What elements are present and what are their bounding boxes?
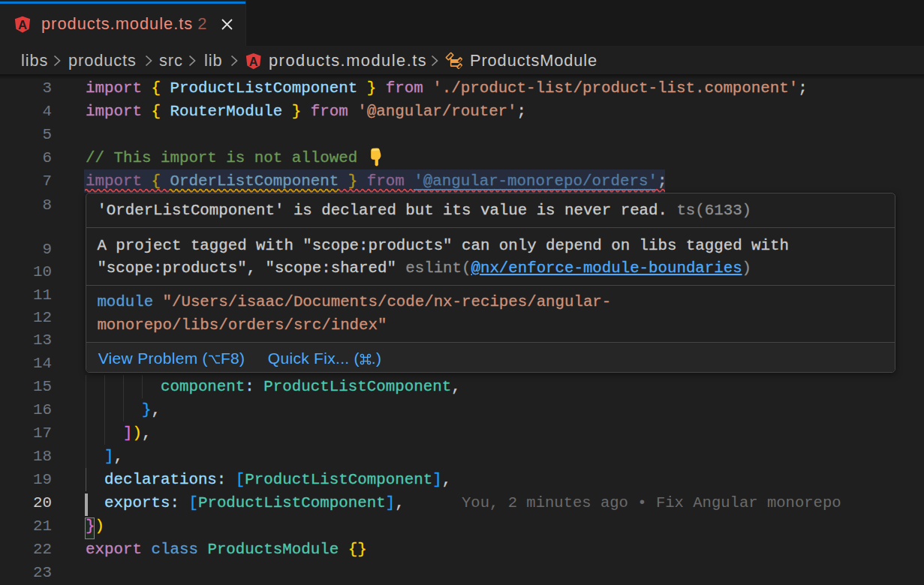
svg-text:A: A [249,55,258,68]
svg-text:A: A [18,18,27,32]
